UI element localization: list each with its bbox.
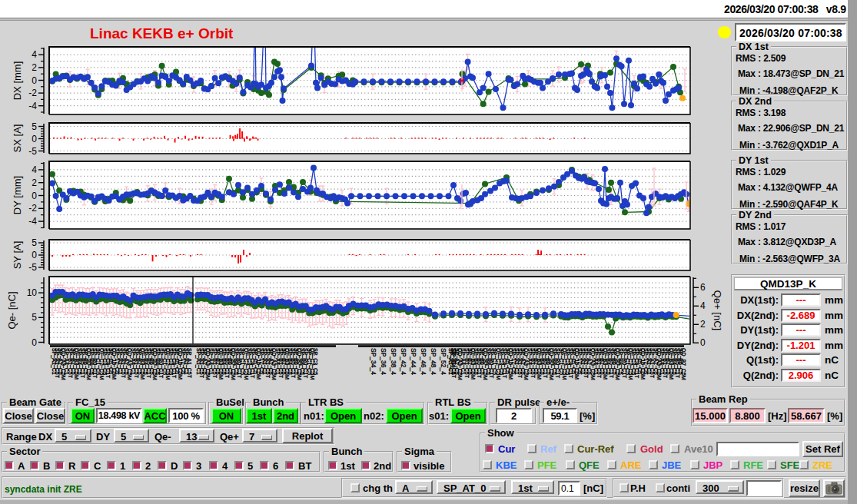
svg-text:4: 4 xyxy=(700,300,706,311)
svg-text:-5: -5 xyxy=(28,262,37,273)
svg-text:-4: -4 xyxy=(28,101,37,111)
svg-text:0: 0 xyxy=(32,250,37,260)
svg-text:5: 5 xyxy=(32,312,37,323)
svg-text:5: 5 xyxy=(32,121,37,132)
svg-text:10: 10 xyxy=(27,287,38,298)
svg-text:SP_44_4: SP_44_4 xyxy=(410,348,417,375)
svg-text:Qe- [nC]: Qe- [nC] xyxy=(6,291,18,329)
svg-text:0: 0 xyxy=(32,134,37,144)
svg-text:5: 5 xyxy=(32,237,37,248)
svg-text:-4: -4 xyxy=(28,216,37,227)
svg-text:2: 2 xyxy=(32,177,37,188)
svg-text:0: 0 xyxy=(32,75,37,86)
svg-text:SY [A]: SY [A] xyxy=(12,241,23,270)
svg-text:QD_B7_C5M: QD_B7_C5M xyxy=(680,348,686,380)
svg-text:SP_38_4: SP_38_4 xyxy=(390,348,397,375)
svg-text:2: 2 xyxy=(32,62,37,73)
svg-text:Qe+ [nC]: Qe+ [nC] xyxy=(712,290,723,330)
svg-text:SX [A]: SX [A] xyxy=(12,124,23,153)
svg-text:SP_42_4: SP_42_4 xyxy=(400,348,407,375)
svg-text:6: 6 xyxy=(700,282,706,293)
svg-text:SP_36_4: SP_36_4 xyxy=(380,348,387,375)
svg-text:SP_34_4: SP_34_4 xyxy=(370,348,377,375)
svg-text:SP_A1_C5T: SP_A1_C5T xyxy=(186,348,192,379)
svg-text:SP_52_4: SP_52_4 xyxy=(440,348,447,375)
svg-text:4: 4 xyxy=(32,49,37,60)
svg-text:0: 0 xyxy=(700,337,706,348)
svg-text:0: 0 xyxy=(32,191,37,201)
svg-text:DX [mm]: DX [mm] xyxy=(12,61,23,101)
svg-text:2: 2 xyxy=(700,319,706,330)
svg-text:SP_48_4: SP_48_4 xyxy=(430,348,437,375)
svg-text:SP_C3_C5: SP_C3_C5 xyxy=(312,348,318,375)
svg-text:-2: -2 xyxy=(28,88,37,98)
svg-text:SP_46_4: SP_46_4 xyxy=(420,348,427,375)
svg-text:-2: -2 xyxy=(28,203,37,214)
svg-text:DY [mm]: DY [mm] xyxy=(12,176,23,214)
svg-text:0: 0 xyxy=(32,337,37,348)
svg-text:-5: -5 xyxy=(28,146,37,157)
svg-text:4: 4 xyxy=(32,164,37,175)
